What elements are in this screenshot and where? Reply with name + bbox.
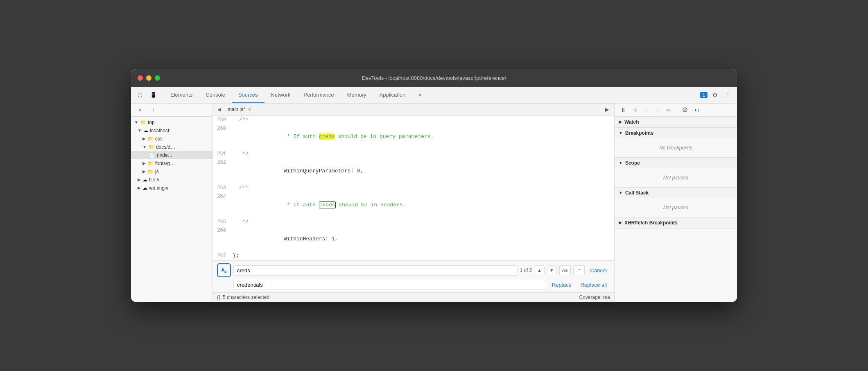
- editor-tab-main[interactable]: main.js* ✕: [224, 104, 255, 116]
- inspect-element-icon[interactable]: ⬡: [134, 89, 146, 101]
- replace-toggle-icon[interactable]: AB: [217, 263, 231, 277]
- settings-icon[interactable]: ⚙: [709, 89, 721, 101]
- xhr-section: ▶ XHR/fetch Breakpoints: [615, 217, 737, 228]
- arrow-icon: ▼: [138, 128, 142, 133]
- tree-item-js[interactable]: ▶ 📁 js: [131, 167, 212, 176]
- editor-area: ◀ main.js* ✕ ▶ 259 /**: [213, 104, 614, 302]
- arrow-icon: ▶: [138, 177, 141, 182]
- scope-content: Not paused: [615, 168, 737, 187]
- find-next-button[interactable]: ▼: [547, 265, 557, 275]
- arrow-icon: ▶: [138, 186, 141, 190]
- cloud-icon: ☁: [142, 185, 147, 191]
- scope-label: Scope: [625, 160, 640, 166]
- window-title: DevTools - localhost:8080/docs/devtools/…: [362, 75, 506, 81]
- step-out-button[interactable]: ↑: [652, 104, 663, 115]
- main-area: » ⋮ ▼ 📁 top ▼ ☁ localhost: ▶: [131, 104, 737, 302]
- find-input[interactable]: [233, 265, 518, 276]
- sidebar-more-icon[interactable]: ⋮: [147, 104, 159, 115]
- tab-elements[interactable]: Elements: [164, 87, 199, 103]
- call-stack-content: Not paused: [615, 198, 737, 217]
- xhr-header[interactable]: ▶ XHR/fetch Breakpoints: [615, 217, 737, 228]
- scope-section: ▼ Scope Not paused: [615, 158, 737, 188]
- svg-line-2: [683, 108, 687, 111]
- replace-row: Replace Replace all: [217, 280, 610, 290]
- watch-label: Watch: [624, 119, 639, 125]
- highlight-creds-2: creds: [319, 201, 336, 208]
- no-breakpoints-text: No breakpoints: [619, 142, 733, 154]
- tree-item-fonts[interactable]: ▶ 📁 fonts/g…: [131, 159, 212, 167]
- deactivate-breakpoints-button[interactable]: [680, 104, 690, 115]
- replace-input[interactable]: [233, 280, 546, 290]
- watch-header[interactable]: ▶ Watch: [615, 117, 737, 127]
- status-bar: {} 5 characters selected Coverage: n/a: [213, 292, 614, 302]
- device-toolbar-icon[interactable]: 📱: [147, 89, 159, 101]
- find-replace-bar: AB 1 of 2 ▲ ▼ Aa .* Cancel Replace: [213, 260, 614, 292]
- collapse-sources-icon[interactable]: ◀: [215, 105, 224, 114]
- regex-button[interactable]: .*: [573, 265, 585, 275]
- scope-not-paused: Not paused: [619, 172, 733, 184]
- tab-application[interactable]: Application: [373, 87, 412, 103]
- replace-button[interactable]: Replace: [549, 280, 575, 290]
- arrow-icon: ▶: [142, 169, 146, 174]
- tree-item-file[interactable]: ▶ ☁ file://: [131, 176, 212, 184]
- cloud-icon: ☁: [142, 177, 147, 183]
- code-line-263: 263 /**: [213, 184, 614, 192]
- maximize-button[interactable]: [155, 75, 160, 81]
- watch-arrow: ▶: [619, 120, 622, 124]
- replace-all-button[interactable]: Replace all: [577, 280, 610, 290]
- call-stack-section: ▼ Call Stack Not paused: [615, 188, 737, 217]
- step-button[interactable]: ⏭: [664, 104, 674, 115]
- scope-header[interactable]: ▼ Scope: [615, 158, 737, 168]
- file-icon: 📄: [149, 152, 155, 158]
- play-pause-icon[interactable]: ▶: [601, 104, 613, 115]
- folder-icon: 📁: [147, 136, 154, 142]
- tree-item-wd[interactable]: ▶ ☁ wd.imgix.: [131, 184, 212, 192]
- tab-memory[interactable]: Memory: [341, 87, 373, 103]
- tree-item-top[interactable]: ▼ 📁 top: [131, 118, 212, 127]
- tab-overflow[interactable]: »: [412, 87, 428, 103]
- tree-item-css[interactable]: ▶ 📁 css: [131, 135, 212, 143]
- tab-network[interactable]: Network: [264, 87, 297, 103]
- find-prev-button[interactable]: ▲: [535, 265, 545, 275]
- tree-item-index[interactable]: 📄 (inde…: [131, 151, 212, 159]
- tab-performance[interactable]: Performance: [297, 87, 340, 103]
- close-button[interactable]: [138, 75, 143, 81]
- breakpoints-arrow: ▼: [619, 131, 623, 135]
- left-sidebar: » ⋮ ▼ 📁 top ▼ ☁ localhost: ▶: [131, 104, 213, 302]
- call-stack-label: Call Stack: [625, 190, 649, 196]
- pause-on-exceptions-button[interactable]: ⏯: [691, 104, 702, 115]
- folder-icon: 📁: [140, 120, 146, 125]
- match-case-button[interactable]: Aa: [559, 265, 571, 275]
- pause-button[interactable]: ⏸: [618, 104, 628, 115]
- more-options-icon[interactable]: ⋮: [722, 89, 734, 101]
- tree-item-localhost[interactable]: ▼ ☁ localhost:: [131, 127, 212, 135]
- titlebar: DevTools - localhost:8080/docs/devtools/…: [131, 69, 737, 87]
- code-line-266: 266 WithinHeaders: 1,: [213, 226, 614, 252]
- editor-tabs: ◀ main.js* ✕ ▶: [213, 104, 614, 116]
- step-into-button[interactable]: ↓: [641, 104, 651, 115]
- tree-item-docs[interactable]: ▼ 📁 docs/d…: [131, 143, 212, 151]
- call-stack-header[interactable]: ▼ Call Stack: [615, 188, 737, 198]
- devtools-window: DevTools - localhost:8080/docs/devtools/…: [131, 69, 737, 302]
- notification-badge[interactable]: 1: [700, 92, 708, 98]
- tab-bar-right: 1 ⚙ ⋮: [700, 89, 734, 101]
- breakpoints-header[interactable]: ▼ Breakpoints: [615, 128, 737, 138]
- breakpoints-label: Breakpoints: [625, 130, 653, 136]
- tab-sources[interactable]: Sources: [232, 87, 264, 103]
- collapse-sidebar-icon[interactable]: »: [134, 104, 146, 115]
- tab-bar: ⬡ 📱 Elements Console Sources Network Per…: [131, 87, 737, 104]
- editor-tab-right: ▶: [601, 104, 613, 115]
- cancel-find-button[interactable]: Cancel: [587, 266, 610, 275]
- xhr-label: XHR/fetch Breakpoints: [624, 220, 678, 226]
- tab-console[interactable]: Console: [199, 87, 232, 103]
- selected-text-status: 5 characters selected: [223, 294, 269, 300]
- code-line-264: 264 * If auth creds should be in headers…: [213, 192, 614, 218]
- close-tab-icon[interactable]: ✕: [248, 107, 251, 112]
- minimize-button[interactable]: [146, 75, 151, 81]
- code-line-261: 261 */: [213, 150, 614, 158]
- folder-icon: 📁: [147, 169, 154, 174]
- step-over-button[interactable]: [629, 104, 640, 115]
- code-editor[interactable]: 259 /** 260 * If auth creds should be in…: [213, 116, 614, 261]
- tab-bar-icons: ⬡ 📱: [134, 89, 159, 101]
- folder-icon: 📁: [148, 144, 154, 150]
